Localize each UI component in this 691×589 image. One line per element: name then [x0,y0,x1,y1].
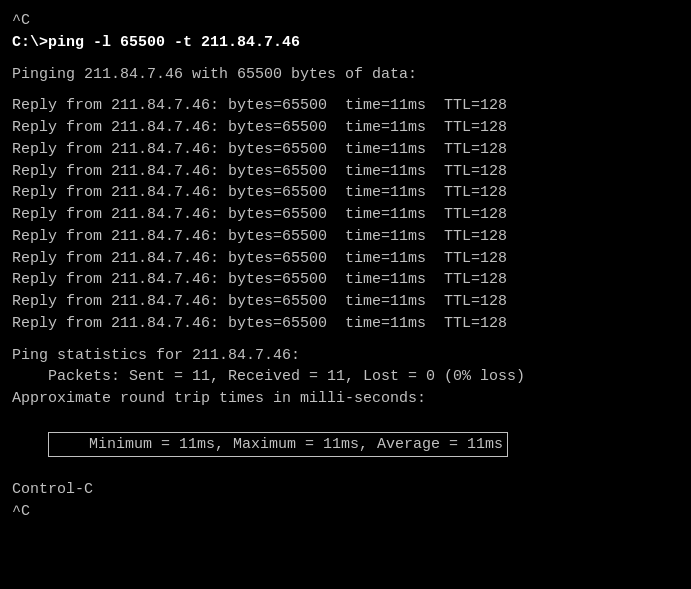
ctrl-c-line-1: ^C [12,10,679,32]
reply-line-11: Reply from 211.84.7.46: bytes=65500 time… [12,313,679,335]
reply-line-3: Reply from 211.84.7.46: bytes=65500 time… [12,139,679,161]
reply-line-1: Reply from 211.84.7.46: bytes=65500 time… [12,95,679,117]
reply-line-5: Reply from 211.84.7.46: bytes=65500 time… [12,182,679,204]
reply-line-6: Reply from 211.84.7.46: bytes=65500 time… [12,204,679,226]
spacer-2 [12,85,679,95]
ctrl-c-line-2: ^C [12,501,679,523]
minmax-box: Minimum = 11ms, Maximum = 11ms, Average … [48,432,508,458]
reply-line-10: Reply from 211.84.7.46: bytes=65500 time… [12,291,679,313]
terminal-window: ^C C:\>ping -l 65500 -t 211.84.7.46 Ping… [12,10,679,523]
reply-line-9: Reply from 211.84.7.46: bytes=65500 time… [12,269,679,291]
approx-line: Approximate round trip times in milli-se… [12,388,679,410]
spacer-1 [12,54,679,64]
reply-line-2: Reply from 211.84.7.46: bytes=65500 time… [12,117,679,139]
packets-line: Packets: Sent = 11, Received = 11, Lost … [12,366,679,388]
reply-line-4: Reply from 211.84.7.46: bytes=65500 time… [12,161,679,183]
control-c-line: Control-C [12,479,679,501]
pinging-line: Pinging 211.84.7.46 with 65500 bytes of … [12,64,679,86]
command-line: C:\>ping -l 65500 -t 211.84.7.46 [12,32,679,54]
reply-line-8: Reply from 211.84.7.46: bytes=65500 time… [12,248,679,270]
minmax-line: Minimum = 11ms, Maximum = 11ms, Average … [12,410,679,479]
ping-stats-line: Ping statistics for 211.84.7.46: [12,345,679,367]
spacer-3 [12,335,679,345]
reply-line-7: Reply from 211.84.7.46: bytes=65500 time… [12,226,679,248]
